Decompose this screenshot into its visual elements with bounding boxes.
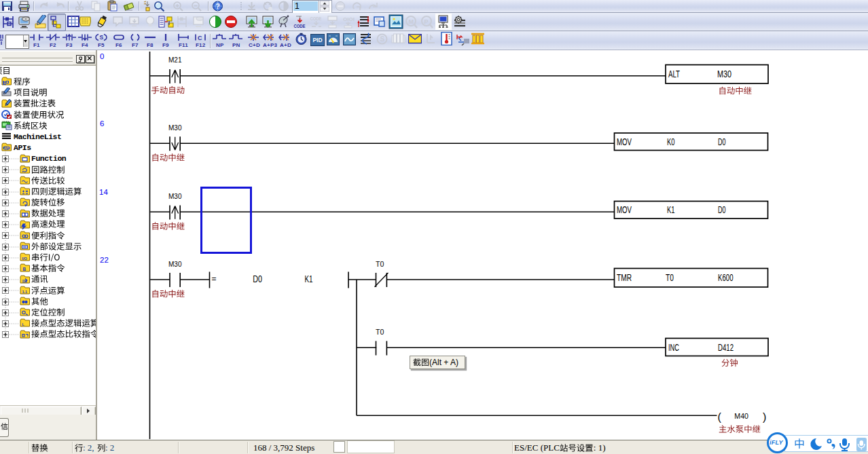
svg-text:B: B (23, 267, 26, 271)
svg-text:S: S (380, 35, 385, 43)
svg-text:M40: M40 (734, 412, 748, 420)
svg-text:I/O: I/O (22, 257, 28, 261)
svg-text:K600: K600 (718, 272, 734, 283)
svg-text:D0: D0 (253, 273, 262, 284)
svg-text:6: 6 (100, 119, 104, 128)
svg-text:22: 22 (100, 256, 109, 264)
svg-text:0: 0 (100, 52, 104, 60)
svg-text:T0: T0 (666, 272, 674, 283)
svg-text:D0: D0 (718, 136, 726, 147)
svg-text:(: ( (718, 411, 722, 423)
svg-text:M30: M30 (168, 192, 182, 200)
svg-text:M30: M30 (168, 124, 182, 132)
svg-text:D0: D0 (718, 204, 726, 215)
svg-text:C: C (198, 35, 202, 41)
svg-text:D412: D412 (718, 342, 734, 353)
svg-text:M30: M30 (168, 260, 182, 268)
svg-text:14: 14 (99, 188, 108, 196)
svg-text:=: = (212, 274, 217, 284)
svg-text:MOV: MOV (617, 136, 632, 147)
svg-text:): ) (763, 411, 766, 423)
svg-text:T0: T0 (376, 260, 384, 268)
svg-text:S: S (99, 34, 103, 41)
svg-text:MOV: MOV (617, 204, 632, 215)
svg-text:API: API (4, 147, 10, 150)
svg-text:M21: M21 (168, 56, 182, 64)
svg-text:ALT: ALT (668, 69, 680, 79)
svg-text:K0: K0 (667, 136, 675, 147)
svg-text:T0: T0 (376, 328, 384, 336)
svg-text:INC: INC (668, 342, 679, 353)
svg-text:TMR: TMR (617, 272, 632, 283)
svg-text:K1: K1 (305, 273, 313, 284)
svg-text:K1: K1 (667, 204, 675, 215)
svg-text:M30: M30 (717, 69, 731, 79)
svg-text:1.1: 1.1 (22, 290, 28, 294)
